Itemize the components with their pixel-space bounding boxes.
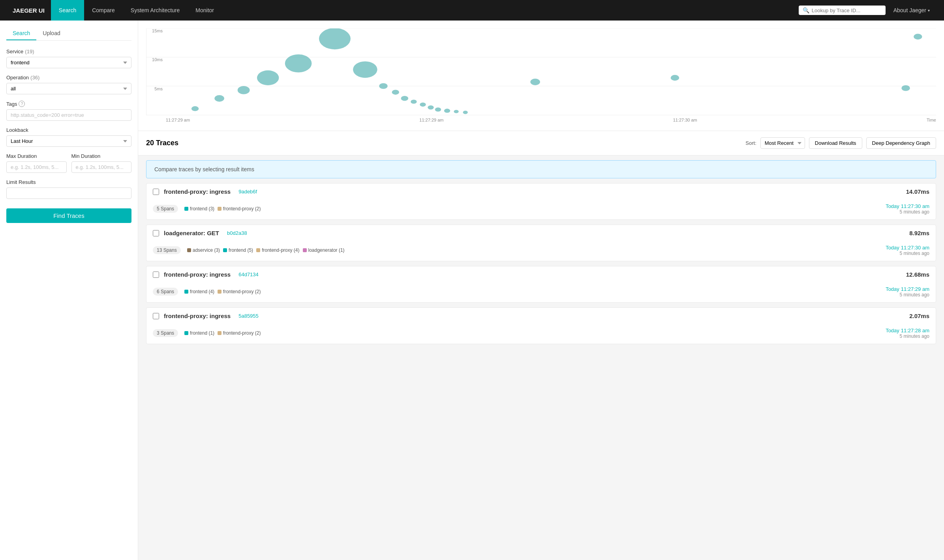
svg-point-7 bbox=[285, 54, 312, 73]
svg-point-11 bbox=[392, 90, 399, 95]
trace-checkbox[interactable] bbox=[153, 272, 159, 278]
x-label-1: 11:27:29 am bbox=[166, 118, 190, 122]
sidebar: Search Upload Service (19) frontend Oper… bbox=[0, 21, 138, 560]
service-tags: frontend (1) frontend-proxy (2) bbox=[184, 330, 261, 336]
trace-item[interactable]: loadgenerator: GET b0d2a38 8.92ms 13 Spa… bbox=[146, 225, 936, 261]
duration-row: Max Duration Min Duration bbox=[6, 153, 131, 179]
lookback-select[interactable]: Last Hour bbox=[6, 135, 131, 147]
tags-label: Tags ? bbox=[6, 101, 131, 107]
max-duration-group: Max Duration bbox=[6, 153, 67, 173]
nav-search[interactable]: Search bbox=[51, 0, 84, 21]
tags-help-icon[interactable]: ? bbox=[19, 101, 25, 107]
tags-group: Tags ? bbox=[6, 101, 131, 121]
results-count: 20 Traces bbox=[146, 139, 745, 147]
svg-point-4 bbox=[214, 95, 224, 102]
tab-upload[interactable]: Upload bbox=[36, 27, 66, 40]
sort-label: Sort: bbox=[745, 140, 756, 146]
service-dot bbox=[187, 248, 191, 252]
service-tag: frontend (3) bbox=[184, 206, 214, 212]
nav-system-architecture[interactable]: System Architecture bbox=[123, 0, 188, 21]
trace-id: b0d2a38 bbox=[227, 230, 247, 236]
svg-point-10 bbox=[379, 83, 388, 89]
trace-time-ago: 5 minutes ago bbox=[886, 292, 929, 298]
trace-time-today: Today bbox=[886, 203, 899, 209]
trace-item[interactable]: frontend-proxy: ingress 9adeb6f 14.07ms … bbox=[146, 183, 936, 220]
min-duration-input[interactable] bbox=[71, 161, 132, 173]
service-select[interactable]: frontend bbox=[6, 57, 131, 68]
download-results-button[interactable]: Download Results bbox=[809, 137, 862, 149]
spans-badge: 13 Spans bbox=[153, 246, 181, 254]
svg-point-5 bbox=[238, 86, 250, 94]
trace-header: loadgenerator: GET b0d2a38 8.92ms bbox=[146, 225, 936, 241]
service-dot bbox=[218, 331, 221, 335]
svg-point-6 bbox=[257, 70, 279, 85]
trace-time-today: Today bbox=[886, 245, 899, 251]
operation-select[interactable]: all bbox=[6, 83, 131, 94]
trace-checkbox[interactable] bbox=[153, 230, 159, 236]
trace-time-ts: 11:27:30 am bbox=[901, 203, 929, 209]
trace-time-ts: 11:27:28 am bbox=[901, 328, 929, 333]
nav-compare[interactable]: Compare bbox=[84, 0, 123, 21]
nav-monitor[interactable]: Monitor bbox=[188, 0, 222, 21]
traces-list: frontend-proxy: ingress 9adeb6f 14.07ms … bbox=[138, 183, 944, 357]
trace-time-ts: 11:27:29 am bbox=[901, 286, 929, 292]
trace-lookup[interactable]: 🔍 bbox=[799, 6, 886, 15]
max-duration-input[interactable] bbox=[6, 161, 67, 173]
time-axis-label: Time bbox=[927, 118, 936, 122]
about-jaeger[interactable]: About Jaeger ▾ bbox=[886, 7, 938, 13]
service-dot bbox=[218, 290, 221, 294]
limit-label: Limit Results bbox=[6, 179, 131, 185]
trace-time-today: Today bbox=[886, 286, 899, 292]
service-group: Service (19) frontend bbox=[6, 49, 131, 68]
service-tags: frontend (4) frontend-proxy (2) bbox=[184, 289, 261, 294]
trace-header: frontend-proxy: ingress 9adeb6f 14.07ms bbox=[146, 184, 936, 200]
service-tags: frontend (3) frontend-proxy (2) bbox=[184, 206, 261, 212]
min-duration-label: Min Duration bbox=[71, 153, 132, 159]
trace-time: Today 11:27:28 am 5 minutes ago bbox=[886, 327, 929, 339]
trace-footer: 13 Spans adservice (3) frontend (5) fron… bbox=[146, 241, 936, 261]
trace-checkbox[interactable] bbox=[153, 313, 159, 319]
sort-select[interactable]: Most Recent bbox=[760, 137, 805, 149]
limit-input[interactable]: 20 bbox=[6, 187, 131, 199]
trace-duration: 12.68ms bbox=[906, 271, 929, 278]
trace-time: Today 11:27:30 am 5 minutes ago bbox=[886, 203, 929, 215]
svg-point-15 bbox=[428, 105, 434, 109]
svg-point-17 bbox=[444, 109, 450, 112]
trace-time-today: Today bbox=[886, 328, 899, 333]
sidebar-tabs: Search Upload bbox=[6, 27, 131, 41]
deep-dependency-button[interactable]: Deep Dependency Graph bbox=[866, 137, 936, 149]
trace-id: 64d7134 bbox=[238, 272, 259, 277]
tags-input[interactable] bbox=[6, 109, 131, 121]
trace-footer: 5 Spans frontend (3) frontend-proxy (2) … bbox=[146, 200, 936, 219]
svg-point-8 bbox=[319, 28, 351, 49]
trace-time: Today 11:27:30 am 5 minutes ago bbox=[886, 244, 929, 256]
trace-id-input[interactable] bbox=[812, 7, 882, 13]
results-header: 20 Traces Sort: Most Recent Download Res… bbox=[138, 131, 944, 155]
search-icon: 🔍 bbox=[803, 7, 809, 13]
svg-point-3 bbox=[191, 106, 199, 111]
main-content: 15ms 10ms 5ms bbox=[138, 21, 944, 560]
spans-badge: 6 Spans bbox=[153, 288, 178, 296]
trace-checkbox[interactable] bbox=[153, 189, 159, 195]
service-tag: frontend (5) bbox=[223, 247, 253, 253]
trace-item[interactable]: frontend-proxy: ingress 64d7134 12.68ms … bbox=[146, 266, 936, 303]
chevron-down-icon: ▾ bbox=[928, 8, 930, 13]
lookback-group: Lookback Last Hour bbox=[6, 127, 131, 147]
max-duration-label: Max Duration bbox=[6, 153, 67, 159]
trace-time-ago: 5 minutes ago bbox=[886, 251, 929, 256]
trace-name: loadgenerator: GET bbox=[164, 230, 219, 236]
trace-name: frontend-proxy: ingress bbox=[164, 313, 231, 319]
svg-point-23 bbox=[901, 85, 910, 91]
nav-brand: JAEGER UI bbox=[6, 7, 51, 14]
service-tag: frontend-proxy (2) bbox=[218, 330, 261, 336]
compare-banner: Compare traces by selecting result items bbox=[146, 160, 936, 178]
tab-search[interactable]: Search bbox=[6, 27, 36, 40]
service-dot bbox=[184, 207, 188, 211]
trace-time-ago: 5 minutes ago bbox=[886, 333, 929, 339]
trace-item[interactable]: frontend-proxy: ingress 5a85955 2.07ms 3… bbox=[146, 307, 936, 344]
scatter-chart: 15ms 10ms 5ms bbox=[138, 21, 944, 131]
find-traces-button[interactable]: Find Traces bbox=[6, 208, 131, 223]
service-tag: frontend (1) bbox=[184, 330, 214, 336]
trace-name: frontend-proxy: ingress bbox=[164, 188, 231, 195]
trace-id: 5a85955 bbox=[238, 313, 259, 319]
